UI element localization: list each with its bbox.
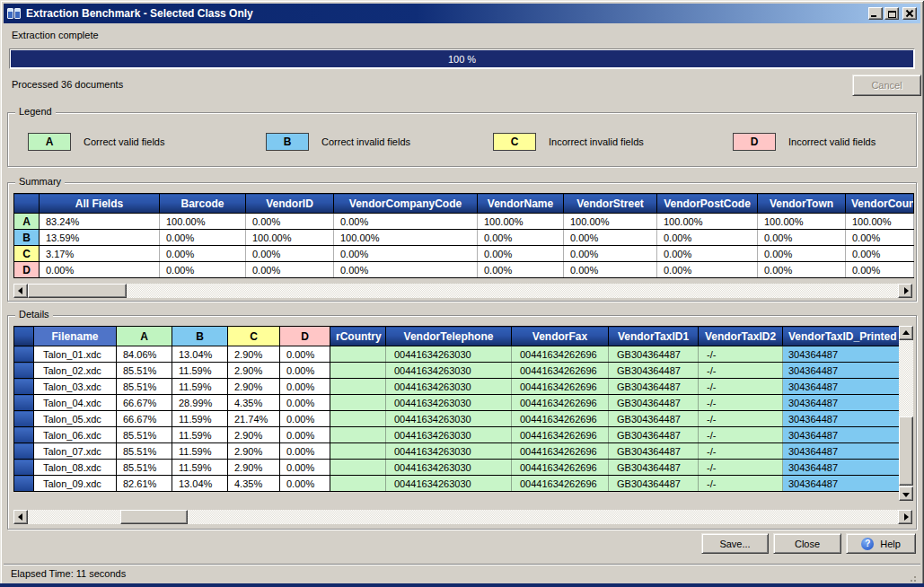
details-cell[interactable]: 0.00% [280,460,330,476]
details-cell[interactable]: 304364487 [783,443,900,460]
scrollbar-thumb[interactable] [899,416,913,486]
details-cell[interactable]: 4.35% [228,476,280,492]
close-dialog-button[interactable]: Close [773,533,841,554]
details-cell[interactable]: 00441634262696 [512,443,609,460]
details-cell[interactable] [330,427,386,443]
details-cell[interactable]: GB304364487 [609,460,699,476]
details-cell[interactable]: 00441634262696 [512,411,609,427]
details-cell[interactable] [330,411,386,427]
details-cell[interactable]: Talon_02.xdc [34,363,117,379]
details-cell[interactable]: 0.00% [280,379,330,395]
details-cell[interactable]: 00441634263030 [386,443,512,460]
row-selector[interactable] [14,427,34,443]
details-cell[interactable]: 13.04% [172,476,228,492]
details-cell[interactable]: 11.59% [172,363,228,379]
details-cell[interactable]: 0.00% [280,411,330,427]
details-cell[interactable]: Talon_09.xdc [34,476,117,492]
details-cell[interactable]: 2.90% [228,443,280,460]
details-cell[interactable]: GB304364487 [609,346,699,363]
scroll-left-button[interactable] [13,284,28,298]
details-cell[interactable]: Talon_07.xdc [34,443,117,460]
details-cell[interactable]: 00441634263030 [386,346,512,363]
details-cell[interactable]: 11.59% [172,460,228,476]
row-selector[interactable] [14,395,34,411]
details-cell[interactable]: 2.90% [228,379,280,395]
details-cell[interactable]: Talon_06.xdc [34,427,117,443]
details-cell[interactable]: 0.00% [280,476,330,492]
row-selector[interactable] [14,476,34,492]
row-selector[interactable] [14,460,34,476]
details-cell[interactable]: 304364487 [783,363,900,379]
details-cell[interactable]: 85.51% [117,460,172,476]
details-cell[interactable]: Talon_08.xdc [34,460,117,476]
details-cell[interactable] [330,395,386,411]
details-cell[interactable]: 00441634263030 [386,427,512,443]
minimize-button[interactable] [868,7,883,20]
details-cell[interactable]: 2.90% [228,346,280,363]
details-vertical-scrollbar[interactable] [899,326,913,501]
details-cell[interactable]: 00441634262696 [512,427,609,443]
details-cell[interactable]: -/- [699,411,783,427]
details-cell[interactable]: 11.59% [172,411,228,427]
details-cell[interactable]: GB304364487 [609,395,699,411]
details-horizontal-scrollbar[interactable] [13,510,912,524]
details-cell[interactable]: 85.51% [117,363,172,379]
details-cell[interactable]: 13.04% [172,346,228,363]
details-cell[interactable]: 304364487 [783,460,900,476]
details-cell[interactable]: 28.99% [172,395,228,411]
scroll-right-button[interactable] [898,284,912,298]
details-cell[interactable]: -/- [699,363,783,379]
details-cell[interactable]: 0.00% [280,427,330,443]
scroll-left-button[interactable] [13,510,28,524]
details-cell[interactable]: -/- [699,476,783,492]
details-cell[interactable]: 00441634263030 [386,395,512,411]
details-cell[interactable]: 304364487 [783,379,900,395]
row-selector[interactable] [14,363,34,379]
details-cell[interactable]: 0.00% [280,363,330,379]
details-cell[interactable]: 2.90% [228,363,280,379]
details-cell[interactable]: 0.00% [280,443,330,460]
details-cell[interactable] [330,363,386,379]
details-cell[interactable]: 85.51% [117,379,172,395]
row-selector[interactable] [14,379,34,395]
details-cell[interactable]: -/- [699,346,783,363]
details-cell[interactable]: Talon_05.xdc [34,411,117,427]
details-cell[interactable]: 0.00% [280,346,330,363]
details-cell[interactable]: -/- [699,460,783,476]
details-cell[interactable]: 00441634262696 [512,476,609,492]
details-cell[interactable]: 00441634262696 [512,346,609,363]
row-selector[interactable] [14,346,34,363]
details-cell[interactable]: 00441634263030 [386,476,512,492]
details-cell[interactable]: 66.67% [117,411,172,427]
details-cell[interactable]: 82.61% [117,476,172,492]
details-cell[interactable]: GB304364487 [609,363,699,379]
cancel-button[interactable]: Cancel [852,74,921,96]
details-cell[interactable]: 84.06% [117,346,172,363]
details-cell[interactable]: 11.59% [172,379,228,395]
details-cell[interactable]: 00441634263030 [386,379,512,395]
details-cell[interactable]: 00441634263030 [386,460,512,476]
row-selector[interactable] [14,443,34,460]
details-cell[interactable]: Talon_03.xdc [34,379,117,395]
details-cell[interactable]: 2.90% [228,427,280,443]
details-cell[interactable]: 11.59% [172,443,228,460]
details-cell[interactable] [330,443,386,460]
details-cell[interactable]: 00441634262696 [512,395,609,411]
details-cell[interactable]: 85.51% [117,443,172,460]
details-cell[interactable]: 4.35% [228,395,280,411]
details-cell[interactable]: GB304364487 [609,379,699,395]
details-cell[interactable]: -/- [699,443,783,460]
details-cell[interactable]: GB304364487 [609,427,699,443]
scrollbar-thumb[interactable] [28,284,127,298]
scroll-down-button[interactable] [899,486,913,501]
details-cell[interactable]: Talon_01.xdc [34,346,117,363]
details-cell[interactable] [330,346,386,363]
details-cell[interactable]: 304364487 [783,346,900,363]
details-cell[interactable] [330,460,386,476]
details-cell[interactable]: 66.67% [117,395,172,411]
row-selector[interactable] [14,411,34,427]
details-cell[interactable]: 304364487 [783,395,900,411]
details-cell[interactable]: 0.00% [280,395,330,411]
details-cell[interactable]: 00441634262696 [512,363,609,379]
details-cell[interactable]: 85.51% [117,427,172,443]
